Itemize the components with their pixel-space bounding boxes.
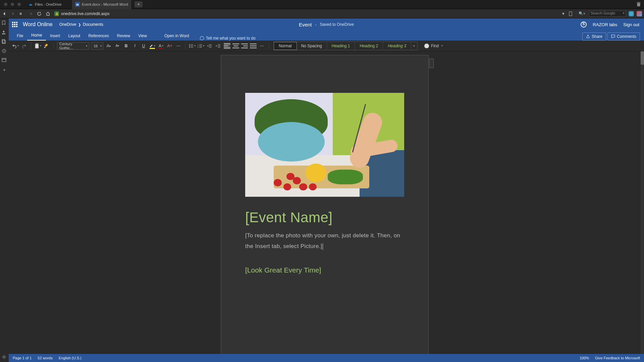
undo-button[interactable]: ▾ bbox=[12, 43, 19, 49]
bookmark-icon[interactable] bbox=[2, 20, 7, 26]
redo-button[interactable] bbox=[21, 43, 28, 49]
document-page[interactable]: [Event Name] [To replace the photo with … bbox=[221, 55, 429, 354]
grow-font-button[interactable]: A▴ bbox=[105, 43, 112, 49]
font-color-button[interactable]: A▾ bbox=[158, 43, 164, 49]
clear-format-button[interactable]: A✕ bbox=[166, 43, 173, 49]
italic-button[interactable]: I bbox=[131, 43, 138, 49]
trash-icon[interactable] bbox=[637, 2, 644, 7]
align-justify-button[interactable] bbox=[250, 43, 257, 49]
extension-icon-1[interactable] bbox=[629, 11, 634, 16]
styles-dropdown[interactable]: ▾ bbox=[411, 44, 417, 48]
svg-text:W: W bbox=[76, 3, 79, 6]
comments-button[interactable]: Comments bbox=[607, 33, 640, 41]
skype-icon[interactable] bbox=[581, 21, 587, 27]
home-button[interactable] bbox=[46, 11, 52, 16]
document-image[interactable] bbox=[245, 93, 404, 197]
shrink-font-button[interactable]: A▾ bbox=[114, 43, 121, 49]
highlight-button[interactable]: ▾ bbox=[149, 43, 156, 49]
extension-icon-2[interactable] bbox=[637, 11, 642, 16]
window-controls bbox=[0, 3, 25, 6]
window-min[interactable] bbox=[11, 3, 14, 6]
page-margin-marker bbox=[429, 59, 434, 68]
browser-tab-onedrive[interactable]: Files - OneDrive bbox=[25, 0, 72, 9]
tab-home[interactable]: Home bbox=[27, 31, 46, 41]
gear-icon[interactable] bbox=[2, 355, 7, 360]
tab-insert[interactable]: Insert bbox=[46, 32, 64, 41]
back-button[interactable] bbox=[2, 11, 8, 16]
breadcrumb-root[interactable]: OneDrive bbox=[59, 22, 76, 27]
new-tab-button[interactable]: + bbox=[135, 1, 143, 7]
feedback-link[interactable]: Give Feedback to Microsoft bbox=[595, 356, 640, 360]
lock-icon: 🔒 bbox=[54, 11, 59, 16]
tab-layout[interactable]: Layout bbox=[64, 32, 84, 41]
paste-button[interactable]: ▾ bbox=[35, 43, 41, 49]
scroll-thumb[interactable] bbox=[641, 51, 644, 65]
align-right-button[interactable] bbox=[241, 43, 248, 49]
dropdown-icon[interactable]: ▾ bbox=[560, 11, 566, 16]
font-name-select[interactable]: Century Gothic... bbox=[57, 42, 89, 50]
breadcrumb-folder[interactable]: Documents bbox=[83, 22, 103, 27]
download-icon[interactable] bbox=[2, 30, 7, 35]
bullets-button[interactable]: ▾ bbox=[189, 43, 196, 49]
add-icon[interactable]: + bbox=[2, 67, 7, 73]
format-painter-button[interactable] bbox=[43, 43, 50, 49]
window-icon[interactable] bbox=[2, 58, 7, 63]
tab-view[interactable]: View bbox=[134, 32, 151, 41]
tab-review[interactable]: Review bbox=[113, 32, 134, 41]
ff-button[interactable] bbox=[28, 12, 34, 16]
style-heading-1[interactable]: Heading 1 bbox=[327, 42, 355, 50]
tell-me-search[interactable]: Tell me what you want to do bbox=[200, 36, 256, 41]
style-heading-2[interactable]: Heading 2 bbox=[355, 42, 383, 50]
font-size-select[interactable]: 16 bbox=[91, 42, 103, 50]
copy-icon[interactable] bbox=[2, 39, 7, 45]
zoom-level[interactable]: 100% bbox=[580, 356, 589, 360]
document-paragraph[interactable]: [To replace the photo with your own, jus… bbox=[245, 230, 404, 252]
address-bar[interactable]: 🔒 onedrive.live.com/edit.aspx bbox=[54, 11, 410, 16]
home-toolbar: ▾ ▾ Century Gothic... 16 A▴ A▾ B I U ▾ A… bbox=[9, 41, 644, 51]
share-button[interactable]: Share bbox=[582, 33, 606, 41]
search-input[interactable]: Search Google bbox=[589, 11, 626, 17]
app-launcher[interactable] bbox=[9, 18, 21, 31]
numbering-button[interactable]: 123▾ bbox=[198, 43, 204, 49]
rewind-button[interactable] bbox=[19, 12, 25, 16]
underline-button[interactable]: U bbox=[140, 43, 147, 49]
document-canvas[interactable]: [Event Name] [To replace the photo with … bbox=[9, 51, 641, 354]
sign-out-link[interactable]: Sign out bbox=[623, 22, 639, 27]
status-bar: Page 1 of 1 52 words English (U.S.) 100%… bbox=[9, 354, 644, 362]
word-count[interactable]: 52 words bbox=[38, 356, 53, 360]
style-heading-3[interactable]: Heading 3 bbox=[383, 42, 411, 50]
url-text: onedrive.live.com/edit.aspx bbox=[61, 11, 110, 16]
reload-button[interactable] bbox=[37, 11, 43, 16]
document-title-area: Event - Saved to OneDrive bbox=[299, 22, 354, 27]
tab-file[interactable]: File bbox=[13, 32, 27, 41]
document-name[interactable]: Event bbox=[299, 22, 312, 27]
more-paragraph-button[interactable]: ⋯ bbox=[259, 43, 265, 49]
window-close[interactable] bbox=[4, 3, 7, 6]
align-center-button[interactable] bbox=[232, 43, 239, 49]
text-cursor bbox=[323, 243, 323, 250]
window-max[interactable] bbox=[17, 3, 21, 6]
style-normal[interactable]: Normal bbox=[274, 42, 297, 50]
browser-tab-word[interactable]: W Event.docx - Microsoft Word bbox=[72, 0, 132, 9]
open-in-word-button[interactable]: Open in Word bbox=[160, 32, 193, 41]
search-placeholder: Search Google bbox=[591, 11, 615, 15]
language[interactable]: English (U.S.) bbox=[59, 356, 82, 360]
forward-button[interactable] bbox=[11, 11, 17, 16]
outdent-button[interactable] bbox=[206, 43, 213, 49]
reader-icon[interactable] bbox=[569, 11, 575, 16]
bold-button[interactable]: B bbox=[123, 43, 129, 49]
font-size-value: 16 bbox=[94, 44, 98, 48]
find-button[interactable]: Find ▾ bbox=[424, 44, 443, 48]
account-name[interactable]: RAZOR labs bbox=[593, 22, 617, 27]
vertical-scrollbar[interactable] bbox=[641, 51, 644, 354]
page-count[interactable]: Page 1 of 1 bbox=[13, 356, 32, 360]
indent-button[interactable] bbox=[215, 43, 222, 49]
align-left-button[interactable] bbox=[224, 43, 230, 49]
style-no-spacing[interactable]: No Spacing bbox=[297, 42, 327, 50]
document-heading[interactable]: [Event Name] bbox=[245, 209, 404, 226]
comment-icon bbox=[611, 35, 615, 39]
tab-references[interactable]: References bbox=[84, 32, 113, 41]
history-icon[interactable] bbox=[2, 49, 7, 54]
more-font-button[interactable]: ⋯ bbox=[175, 43, 182, 49]
document-subheading[interactable]: [Look Great Every Time] bbox=[245, 266, 404, 274]
